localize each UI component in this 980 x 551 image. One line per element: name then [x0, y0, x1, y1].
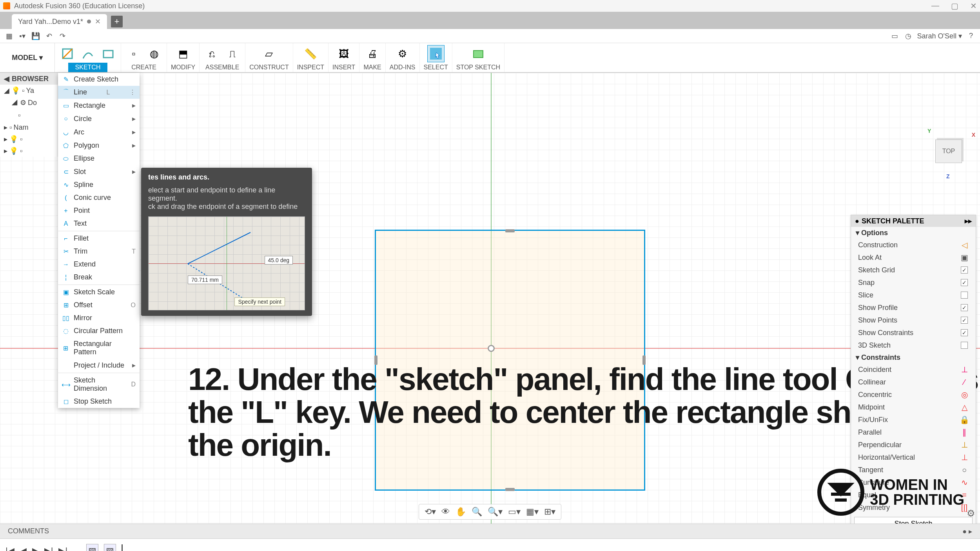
ribbon-select[interactable]: SELECT: [420, 43, 452, 72]
option-show-constraints[interactable]: Show Constraints: [851, 326, 976, 339]
menu-item-offset[interactable]: ⊞OffsetO: [58, 299, 140, 312]
ribbon-construct[interactable]: ▱CONSTRUCT: [245, 43, 293, 72]
option-slice[interactable]: Slice: [851, 289, 976, 301]
navigation-bar[interactable]: ⟲▾ 👁 ✋ 🔍 🔍▾ ▭▾ ▦▾ ⊞▾: [419, 504, 561, 520]
timeline-next-icon[interactable]: ▶|: [44, 546, 53, 551]
menu-item-rectangle[interactable]: ▭Rectangle▸: [58, 99, 140, 112]
print-icon[interactable]: 🖨: [364, 45, 381, 62]
checkbox[interactable]: [961, 292, 968, 299]
menu-item-project-include[interactable]: Project / Include▸: [58, 359, 140, 372]
ribbon-stop-sketch[interactable]: STOP SKETCH: [452, 43, 505, 72]
checkbox[interactable]: [961, 317, 968, 324]
menu-item-point[interactable]: +Point: [58, 204, 140, 217]
option-show-points[interactable]: Show Points: [851, 314, 976, 326]
fit-icon[interactable]: 🔍▾: [488, 507, 503, 517]
help-icon[interactable]: ?: [967, 32, 975, 40]
menu-item-fillet[interactable]: ⌐Fillet: [58, 232, 140, 245]
clock-icon[interactable]: ◷: [904, 32, 913, 40]
look-icon[interactable]: 👁: [441, 507, 450, 517]
option-construction[interactable]: Construction◁: [851, 239, 976, 251]
new-tab-button[interactable]: +: [111, 16, 123, 27]
ribbon-inspect[interactable]: 📏INSPECT: [293, 43, 328, 72]
pressfull-icon[interactable]: ⬒: [174, 45, 192, 62]
menu-item-mirror[interactable]: ▯▯Mirror: [58, 312, 140, 324]
menu-item-circular-pattern[interactable]: ◌Circular Pattern: [58, 324, 140, 337]
browser-row[interactable]: ▸ 💡 ▫: [0, 133, 58, 145]
pan-icon[interactable]: ✋: [456, 507, 466, 517]
stop-sketch-icon[interactable]: [470, 45, 487, 62]
menu-item-sketch-scale[interactable]: ▣Sketch Scale: [58, 286, 140, 299]
option-sketch-grid[interactable]: Sketch Grid: [851, 264, 976, 276]
origin-point[interactable]: [488, 345, 495, 352]
ribbon-make[interactable]: 🖨MAKE: [359, 43, 385, 72]
timeline-feature[interactable]: ▧: [104, 544, 116, 551]
document-tab[interactable]: Yard Yah...Demo v1* ✕: [12, 14, 107, 29]
menu-item-create-sketch[interactable]: ✎Create Sketch: [58, 73, 140, 86]
measure-icon[interactable]: 📏: [302, 45, 319, 62]
zoom-icon[interactable]: 🔍: [472, 507, 482, 517]
rect-icon[interactable]: [100, 45, 117, 62]
checkbox[interactable]: [961, 304, 968, 311]
menu-item-arc[interactable]: ◡Arc▸: [58, 125, 140, 139]
timeline[interactable]: |◀ ◀ ▶ ▶| ▶| ▧ ▧: [0, 538, 980, 551]
grid-menu-icon[interactable]: ▦: [5, 32, 13, 40]
close-button[interactable]: ✕: [970, 1, 977, 11]
menu-item-spline[interactable]: ∿Spline: [58, 178, 140, 191]
menu-item-break[interactable]: ¦Break: [58, 271, 140, 284]
menu-item-trim[interactable]: ✂TrimT: [58, 245, 140, 258]
menu-item-polygon[interactable]: ⬠Polygon▸: [58, 139, 140, 152]
menu-item-circle[interactable]: ○Circle▸: [58, 112, 140, 125]
checkbox[interactable]: [961, 342, 968, 349]
timeline-start-icon[interactable]: |◀: [5, 546, 15, 551]
constraint-collinear[interactable]: Collinear⁄: [851, 376, 976, 388]
save-icon[interactable]: 💾: [31, 32, 40, 40]
ribbon-modify[interactable]: ⬒MODIFY: [167, 43, 200, 72]
tab-close-button[interactable]: ✕: [95, 17, 101, 26]
viewport-icon[interactable]: ⊞▾: [544, 507, 555, 517]
joint-icon[interactable]: ⎌: [203, 45, 221, 62]
view-cube[interactable]: X Y Z TOP: [929, 136, 968, 169]
line-icon[interactable]: [79, 45, 96, 62]
viewcube-face[interactable]: TOP: [935, 140, 962, 163]
sketch-dropdown[interactable]: ✎Create Sketch⌒LineL⋮▭Rectangle▸○Circle▸…: [58, 73, 140, 408]
menu-item-conic-curve[interactable]: (Conic curve: [58, 191, 140, 204]
browser-panel[interactable]: ◀BROWSER ◢ 💡 ▫ Ya ◢ ⚙ Do ▫ ▸ ▫ Nam ▸ 💡 ▫…: [0, 73, 58, 157]
timeline-prev-icon[interactable]: ◀: [20, 546, 27, 551]
timeline-feature[interactable]: ▧: [86, 544, 98, 551]
constraint-midpoint[interactable]: Midpoint△: [851, 401, 976, 413]
menu-item-text[interactable]: AText: [58, 217, 140, 230]
timeline-marker[interactable]: [122, 544, 123, 551]
settings-gear-icon[interactable]: ⚙: [967, 508, 975, 519]
checkbox[interactable]: [961, 266, 968, 274]
option-look-at[interactable]: Look At▣: [851, 251, 976, 264]
timeline-play-icon[interactable]: ▶: [32, 546, 39, 551]
browser-row[interactable]: ▸ 💡 ▫: [0, 145, 58, 157]
plane-icon[interactable]: ▱: [260, 45, 278, 62]
orbit-icon[interactable]: ⟲▾: [425, 507, 436, 517]
comments-bar[interactable]: COMMENTS ● ▸: [0, 524, 980, 538]
create-sketch-icon[interactable]: [59, 45, 76, 62]
canvas-area[interactable]: ◀BROWSER ◢ 💡 ▫ Ya ◢ ⚙ Do ▫ ▸ ▫ Nam ▸ 💡 ▫…: [0, 73, 980, 524]
constraint-concentric[interactable]: Concentric◎: [851, 388, 976, 401]
insert-icon[interactable]: 🖼: [335, 45, 352, 62]
workspace-switcher[interactable]: MODEL ▾: [0, 43, 55, 72]
sweep-icon[interactable]: ◍: [145, 45, 163, 62]
undo-icon[interactable]: ↶: [45, 32, 53, 40]
constraint-horizontal-vertical[interactable]: Horizontal/Vertical⊥: [851, 451, 976, 464]
ribbon-assemble[interactable]: ⎌⎍ASSEMBLE: [200, 43, 245, 72]
grid-display-icon[interactable]: ▦▾: [526, 507, 539, 517]
extrude-icon[interactable]: ▫: [125, 45, 142, 62]
menu-item-slot[interactable]: ⊂Slot▸: [58, 165, 140, 178]
addins-icon[interactable]: ⚙: [394, 45, 411, 62]
menu-item-rectangular-pattern[interactable]: ⊞Rectangular Pattern: [58, 337, 140, 359]
checkbox[interactable]: [961, 329, 968, 336]
ribbon-insert[interactable]: 🖼INSERT: [328, 43, 359, 72]
menu-item-line[interactable]: ⌒LineL⋮: [58, 86, 140, 99]
constraint-parallel[interactable]: Parallel∥: [851, 426, 976, 439]
menu-item-extend[interactable]: →Extend: [58, 258, 140, 271]
ribbon-addins[interactable]: ⚙ADD-INS: [386, 43, 420, 72]
browser-row[interactable]: ▫: [0, 109, 58, 121]
menu-item-stop-sketch[interactable]: ◻Stop Sketch: [58, 395, 140, 408]
timeline-end-icon[interactable]: ▶|: [58, 546, 67, 551]
ribbon-sketch[interactable]: SKETCH: [55, 43, 121, 72]
